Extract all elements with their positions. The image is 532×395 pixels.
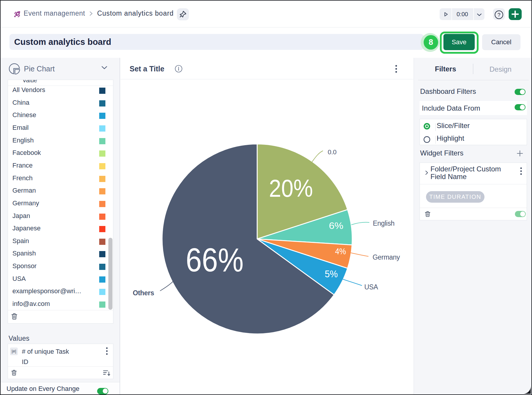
svg-text:USA: USA [364, 283, 378, 291]
svg-text:?: ? [497, 12, 500, 18]
svg-text:Germany: Germany [373, 253, 400, 261]
svg-text:English: English [373, 219, 394, 227]
svg-text:4%: 4% [335, 246, 346, 256]
svg-text:0.0: 0.0 [328, 148, 337, 156]
svg-text:5%: 5% [325, 268, 338, 279]
svg-text:66%: 66% [186, 241, 244, 278]
svg-text:Others: Others [133, 289, 154, 297]
svg-text:6%: 6% [329, 221, 343, 231]
svg-text:20%: 20% [269, 174, 313, 202]
